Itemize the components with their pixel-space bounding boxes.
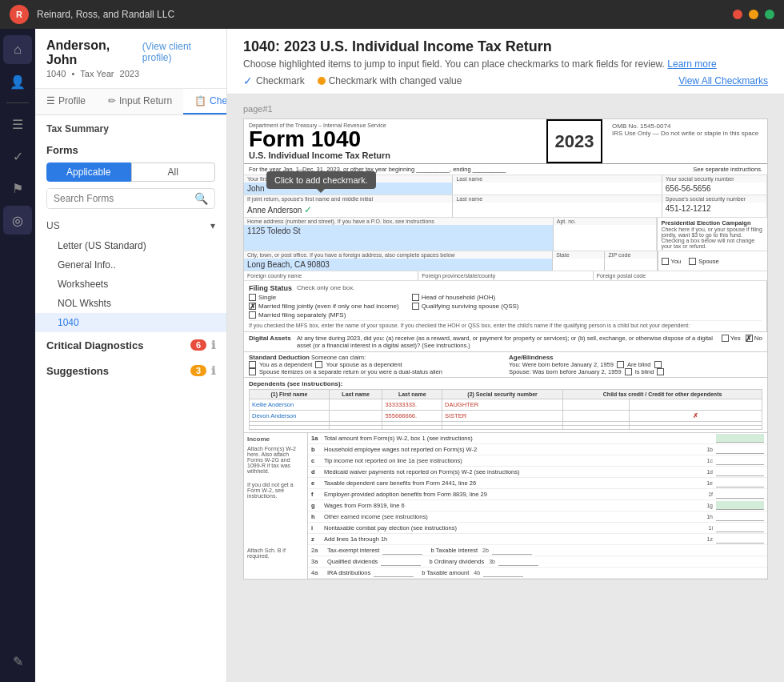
spouse-checkmark-icon: ✓ [304,204,312,215]
suggestions-badge: 3 [190,365,206,376]
learn-more-link[interactable]: Learn more [667,58,716,70]
view-profile-link[interactable]: (View client profile) [142,41,215,63]
client-form: 1040 [46,69,66,78]
standard-deduction-col: Standard Deduction Someone can claim: Yo… [249,354,502,375]
icon-menu[interactable]: ☰ [3,110,32,138]
dependents-section: Dependents (see instructions): (1) First… [244,378,767,433]
filing-option-hoh[interactable]: Head of household (HOH) [412,294,519,301]
client-meta: 1040 • Tax Year 2023 [46,69,215,78]
main-header: 1040: 2023 U.S. Individual Income Tax Re… [227,29,784,94]
income-box-1b [716,445,764,454]
income-box-1f [716,490,764,499]
filter-buttons: Applicable All [35,162,226,188]
search-forms-box: 🔍 [46,188,215,209]
spouse-dependent-checkbox[interactable] [315,361,322,368]
critical-diagnostics-label: Critical Diagnostics [46,339,143,351]
dep-col-ssn: Last name [382,390,442,399]
income-line-1a: 1a Total amount from Form(s) W-2, box 1 … [308,433,767,444]
income-attach-col: Income Attach Form(s) W-2 here. Also att… [244,433,308,545]
mfs-checkbox[interactable] [249,311,256,319]
tab-input-return[interactable]: ✏ Input Return [97,89,183,114]
icon-bar-divider [6,102,29,103]
digital-yes-checkbox[interactable] [722,335,729,342]
zip-col: ZIP code [605,251,657,271]
client-header: Anderson, John (View client profile) 104… [35,29,226,89]
critical-info-icon[interactable]: ℹ [211,339,215,351]
form-group-us-header[interactable]: US ▾ [35,215,226,236]
form-item-1040[interactable]: 1040 [35,313,226,332]
checkmark-icon: ✓ [243,74,253,87]
single-checkbox[interactable] [249,294,256,301]
suggestions-info-icon[interactable]: ℹ [211,364,215,377]
app-logo: R [10,5,29,24]
icon-home[interactable]: ⌂ [3,35,32,64]
you-checkbox[interactable] [662,258,669,265]
form-number-label: Form 1040 [249,128,361,150]
spouse-born-checkbox[interactable] [625,368,632,375]
form-header-row: Department of the Treasury – Internal Re… [244,119,767,164]
main-description: Choose highlighted items to jump to inpu… [243,58,768,70]
dep2-ssn: 555666666. [382,411,442,422]
icon-edit-bottom[interactable]: ✎ [3,647,32,676]
suggestions-section: Suggestions 3 ℹ [35,358,226,383]
you-blind-checkbox[interactable] [654,361,662,368]
you-dependent-checkbox[interactable] [249,361,256,368]
mfj-checkbox[interactable]: ✗ [249,303,256,310]
income-box-4b [483,568,523,577]
spouse-blind-checkbox[interactable] [657,368,664,375]
chevron-down-icon: ▾ [210,220,215,231]
filing-option-mfs[interactable]: Married filing separately (MFS) [249,311,399,319]
taxpayer-last-name-col: Last name [453,175,662,195]
income-line-1h: h Other earned income (see instructions)… [308,512,767,523]
page-label: page#1 [243,104,768,114]
search-forms-input[interactable] [47,189,188,208]
dep2-name: Devon Anderson [250,411,330,422]
top-bar: R Reinard, Ross, and Randall LLC [0,0,784,29]
sidebar: Anderson, John (View client profile) 104… [35,29,227,682]
income-box-1d [716,467,764,476]
income-line-1f: f Employer-provided adoption benefits fr… [308,489,767,500]
form-item-general[interactable]: General Info.. [35,255,226,275]
filter-applicable-button[interactable]: Applicable [46,162,131,182]
itemizes-checkbox[interactable] [249,368,256,375]
income-box-2b [492,546,532,555]
dep-col-rel: (2) Social security number [442,390,563,399]
qss-checkbox[interactable] [412,303,419,310]
you-born-checkbox[interactable] [617,361,624,368]
income-lines-2-4-col: 2a Tax-exempt interest b Taxable interes… [308,545,767,579]
filing-option-single[interactable]: Single [249,294,399,301]
filter-all-button[interactable]: All [131,162,216,182]
form-item-worksheets[interactable]: Worksheets [35,275,226,294]
presidential-col: Presidential Election Campaign Check her… [657,218,767,251]
form-item-nol[interactable]: NOL Wkshts [35,294,226,313]
tab-check-return[interactable]: 📋 Check Return [183,89,227,114]
digital-no-checkbox[interactable]: ✗ [746,335,753,342]
main-tabs: ☰ Profile ✏ Input Return 📋 Check Return … [35,89,226,115]
form-1040-left: Department of the Treasury – Internal Re… [244,119,542,163]
state-col: State [553,251,605,271]
icon-target[interactable]: ◎ [3,206,32,235]
digital-assets-row: Digital Assets At any time during 2023, … [244,332,767,352]
city-value: Long Beach, CA 90803 [244,259,552,271]
hoh-checkbox[interactable] [412,294,419,301]
icon-flag[interactable]: ⚑ [3,174,32,203]
foreign-province-col: Foreign province/state/county [418,271,593,280]
icon-check[interactable]: ✓ [3,142,32,170]
income-section: Income Attach Form(s) W-2 here. Also att… [244,433,767,545]
view-all-checkmarks-link[interactable]: View All Checkmarks [678,75,768,86]
filing-option-qss[interactable]: Qualifying surviving spouse (QSS) [412,303,519,310]
city-col[interactable]: City, town, or post office. If you have … [244,251,553,271]
foreign-country-col: Foreign country name [244,271,418,280]
spouse-name-col: If joint return, spouse's first name and… [244,195,453,217]
filing-option-mfj[interactable]: ✗ Married filing jointly (even if only o… [249,303,399,310]
address-col[interactable]: Home address (number and street). If you… [244,218,554,251]
sch-b-note: Attach Sch. B if required. [244,545,308,579]
dep1-rel: DAUGHTER [442,399,563,411]
dep-col-first: (1) First name [250,390,330,399]
income-box-1i [716,524,764,532]
spouse-checkbox[interactable] [689,258,696,265]
icon-person[interactable]: 👤 [3,67,32,96]
form-item-letter[interactable]: Letter (US Standard) [35,236,226,255]
tab-profile[interactable]: ☰ Profile [35,89,97,114]
income-box-3a [381,557,421,566]
